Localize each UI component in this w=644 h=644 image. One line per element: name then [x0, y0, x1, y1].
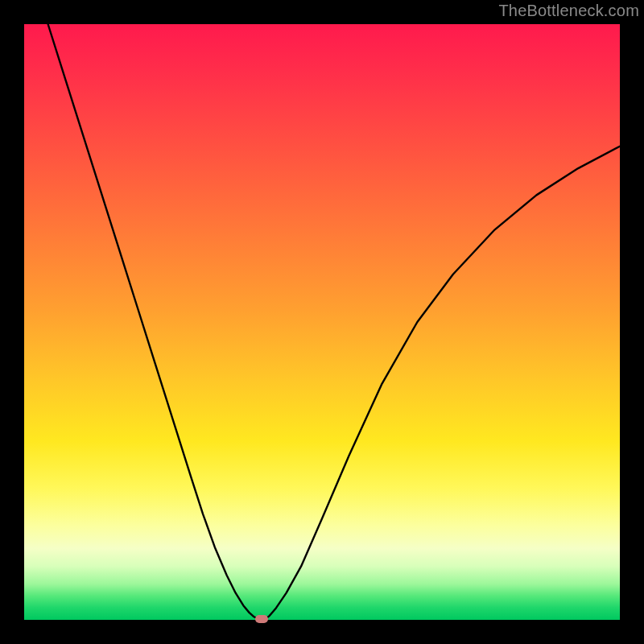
curve-left — [48, 24, 262, 620]
min-marker — [255, 615, 268, 623]
plot-area — [24, 24, 620, 620]
chart-frame: TheBottleneck.com — [0, 0, 644, 644]
curve-right — [262, 147, 620, 620]
curve-svg — [24, 24, 620, 620]
watermark-text: TheBottleneck.com — [498, 2, 639, 20]
